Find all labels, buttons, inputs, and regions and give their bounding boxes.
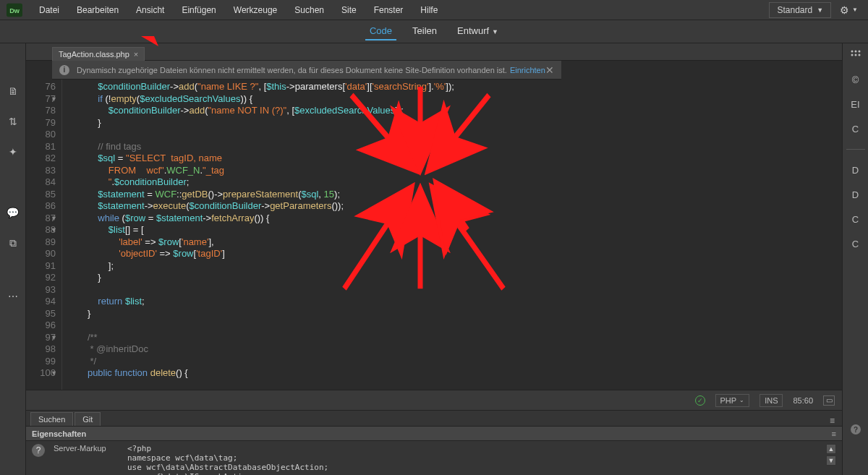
code-line[interactable]: ".$conditionBuilder; [67, 176, 842, 189]
line-number: 94 [26, 296, 56, 308]
assets-icon[interactable] [846, 48, 865, 62]
code-line[interactable]: * @inheritDoc [67, 343, 842, 356]
code-line[interactable]: while ($row = $statement->fetchArray()) … [67, 213, 842, 225]
line-number: 100▼ [26, 367, 56, 380]
fold-icon[interactable]: ▼ [51, 332, 57, 344]
code-line[interactable]: $conditionBuilder->add("name LIKE ?", [$… [67, 81, 842, 93]
line-number: 96 [26, 320, 56, 332]
menu-hilfe[interactable]: Hilfe [412, 5, 446, 15]
panel-menu-icon[interactable]: ≡ [827, 416, 838, 426]
files-icon[interactable]: D [846, 187, 865, 202]
svg-point-5 [851, 54, 853, 56]
code-editor[interactable]: 7677▼78798081828384858687▼88▼89909192939… [26, 80, 842, 390]
help-icon[interactable]: ? [32, 444, 45, 457]
chevron-down-icon: ⌄ [739, 397, 744, 403]
line-number: 97▼ [26, 332, 56, 344]
settings-button[interactable]: ⚙ ▼ [840, 4, 858, 16]
line-number: 79 [26, 117, 56, 129]
menu-einfügen[interactable]: Einfügen [173, 5, 224, 15]
workspace-selector[interactable]: Standard ▼ [769, 2, 831, 18]
chevron-down-icon: ▼ [492, 28, 498, 35]
code-line[interactable]: FROM wcf".WCF_N."_tag [67, 165, 842, 177]
menu-suchen[interactable]: Suchen [286, 5, 333, 15]
snippets-icon[interactable]: C [846, 212, 865, 226]
left-tool-rail: 🗎 ⇅ ✦ 💬 ⧉ ⋯ [0, 43, 26, 475]
info-icon: i [59, 65, 69, 75]
language-selector[interactable]: PHP⌄ [715, 394, 750, 407]
code-line[interactable]: $statement->execute($conditionBuilder->g… [67, 200, 842, 213]
menu-datei[interactable]: Datei [30, 5, 68, 15]
insert-icon[interactable]: EI [846, 97, 865, 111]
collapse-icon[interactable]: ⧉ [6, 236, 20, 250]
view-tab-entwurf[interactable]: Entwurf▼ [453, 22, 503, 40]
menu-bearbeiten[interactable]: Bearbeiten [68, 5, 127, 15]
file-icon[interactable]: 🗎 [6, 84, 20, 98]
fold-icon[interactable]: ▼ [51, 93, 57, 106]
dom-icon[interactable]: D [846, 163, 865, 177]
behaviors-icon[interactable]: C [846, 236, 865, 251]
code-line[interactable]: $sql = "SELECT tagID, name [67, 153, 842, 165]
code-line[interactable]: $statement = WCF::getDB()->prepareStatem… [67, 189, 842, 201]
code-line[interactable]: $conditionBuilder->add("name NOT IN (?)"… [67, 105, 842, 117]
code-line[interactable]: 'objectID' => $row['tagID'] [67, 248, 842, 260]
fold-icon[interactable]: ▼ [51, 224, 57, 236]
fold-icon[interactable]: ▼ [51, 213, 57, 225]
fold-icon[interactable]: ▼ [51, 367, 57, 380]
svg-point-2 [851, 51, 853, 53]
line-number: 95 [26, 308, 56, 320]
menu-fenster[interactable]: Fenster [365, 5, 412, 15]
code-line[interactable] [67, 284, 842, 296]
code-line[interactable]: 'label' => $row['name'], [67, 236, 842, 249]
close-icon[interactable]: × [134, 50, 138, 59]
comment-icon[interactable]: 💬 [6, 205, 20, 220]
scroll-up-button[interactable]: ▲ [826, 444, 836, 454]
gear-icon: ⚙ [840, 4, 849, 16]
lint-ok-icon[interactable] [695, 395, 705, 406]
css-icon[interactable]: C [846, 121, 865, 136]
menu-werkzeuge[interactable]: Werkzeuge [225, 5, 286, 15]
line-number: 77▼ [26, 93, 56, 106]
info-link[interactable]: Einrichten [510, 66, 545, 74]
line-number: 92 [26, 272, 56, 284]
info-text: Dynamisch zugehörige Dateien können nich… [77, 66, 507, 74]
code-area[interactable]: $conditionBuilder->add("name LIKE ?", [$… [62, 80, 842, 390]
code-line[interactable]: // find tags [67, 141, 842, 153]
view-tab-code[interactable]: Code [365, 22, 396, 40]
close-icon[interactable]: ✕ [545, 64, 554, 76]
view-tab-teilen[interactable]: Teilen [408, 22, 441, 40]
svg-point-3 [854, 51, 856, 53]
code-line[interactable]: } [67, 308, 842, 320]
code-line[interactable]: public function delete() { [67, 367, 842, 380]
file-tab[interactable]: TagAction.class.php × [52, 47, 145, 61]
code-line[interactable]: ]; [67, 260, 842, 273]
updown-icon[interactable]: ⇅ [6, 114, 20, 129]
tab-search[interactable]: Suchen [30, 412, 73, 426]
code-line[interactable]: */ [67, 356, 842, 368]
code-line[interactable]: /** [67, 332, 842, 344]
scroll-down-button[interactable]: ▼ [826, 455, 836, 466]
cc-icon[interactable]: © [846, 72, 865, 87]
line-number: 76 [26, 81, 56, 93]
more-icon[interactable]: ⋯ [6, 289, 20, 304]
line-number: 81 [26, 141, 56, 153]
code-line[interactable] [67, 129, 842, 141]
insert-mode[interactable]: INS [760, 394, 783, 407]
code-line[interactable] [67, 320, 842, 332]
help-icon[interactable]: ? [851, 424, 861, 435]
menu-site[interactable]: Site [333, 5, 365, 15]
line-number: 89 [26, 236, 56, 249]
app-logo: Dw [6, 3, 23, 17]
panel-menu-icon[interactable]: ≡ [832, 429, 836, 438]
cursor-position: 85:60 [793, 396, 813, 405]
right-panel-rail: ©EICDDCC [842, 43, 868, 475]
code-line[interactable]: return $list; [67, 296, 842, 308]
preview-button[interactable]: ▭ [823, 395, 835, 406]
menu-ansicht[interactable]: Ansicht [127, 5, 173, 15]
code-line[interactable]: if (!empty($excludedSearchValues)) { [67, 93, 842, 106]
code-line[interactable]: } [67, 117, 842, 129]
code-line[interactable]: $list[] = [ [67, 224, 842, 236]
wand-icon[interactable]: ✦ [6, 145, 20, 159]
code-line[interactable]: } [67, 272, 842, 284]
panel-title: Eigenschaften [32, 429, 86, 438]
tab-git[interactable]: Git [75, 412, 101, 426]
